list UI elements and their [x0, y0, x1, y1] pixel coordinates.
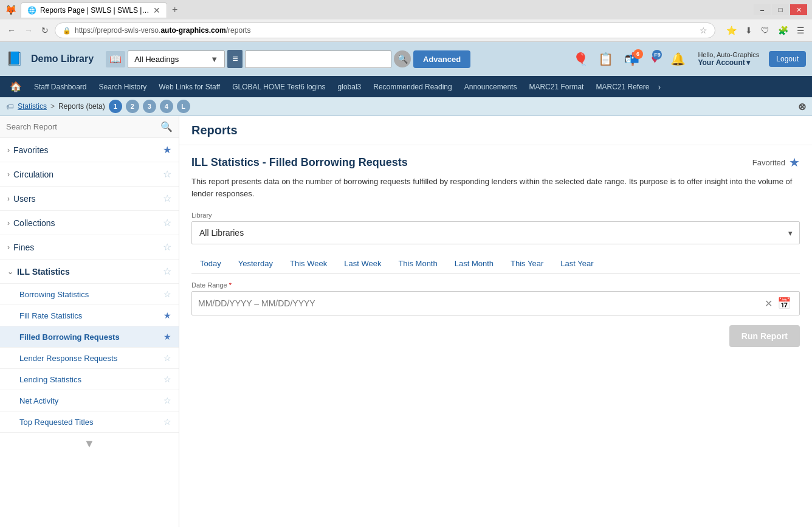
fill-rate-statistics-star-icon[interactable]: ★: [163, 311, 171, 320]
sidebar-item-search-history[interactable]: Search History: [93, 77, 153, 97]
sidebar-item-fines[interactable]: › Fines ☆: [0, 235, 179, 260]
top-requested-titles-star-icon[interactable]: ☆: [163, 417, 171, 427]
lender-response-requests-star-icon[interactable]: ☆: [163, 353, 171, 363]
page-letter-l[interactable]: L: [177, 100, 190, 113]
forward-button[interactable]: →: [22, 24, 35, 36]
circulation-star-icon[interactable]: ☆: [163, 168, 171, 180]
filled-borrowing-requests-star-icon[interactable]: ★: [163, 332, 171, 342]
collections-star-icon[interactable]: ☆: [163, 217, 171, 229]
sidebar-item-global3[interactable]: global3: [332, 77, 368, 97]
run-report-button[interactable]: Run Report: [729, 325, 800, 347]
page-number-3[interactable]: 3: [143, 100, 156, 113]
heart-icon-group[interactable]: ♥ F9: [652, 52, 659, 66]
sidebar-item-favorites[interactable]: › Favorites ★: [0, 138, 179, 162]
user-account-label: Your Account: [698, 58, 745, 67]
favorites-label: Favorites: [13, 145, 163, 155]
user-account-dropdown[interactable]: Your Account ▾: [698, 58, 759, 67]
sidebar-item-web-links[interactable]: Web Links for Staff: [153, 77, 226, 97]
url-display: https://preprod-swls-verso.auto-graphics…: [75, 26, 696, 35]
bell-icon: 🔔: [670, 52, 686, 66]
tab-last-month[interactable]: Last Month: [446, 254, 502, 274]
sidebar-item-collections[interactable]: › Collections ☆: [0, 211, 179, 235]
tab-this-year[interactable]: This Year: [502, 254, 552, 274]
library-select[interactable]: All Libraries: [191, 221, 800, 244]
downloads-icon[interactable]: ⬇: [743, 24, 755, 36]
users-star-icon[interactable]: ☆: [163, 193, 171, 204]
date-range-input[interactable]: [198, 298, 762, 308]
borrowing-statistics-label: Borrowing Statistics: [19, 290, 163, 299]
net-activity-star-icon[interactable]: ☆: [163, 396, 171, 405]
sidebar-item-ill-statistics[interactable]: ⌄ ILL Statistics ☆: [0, 260, 179, 284]
sidebar-item-home[interactable]: 🏠: [4, 76, 28, 97]
page-number-1[interactable]: 1: [109, 100, 122, 113]
new-tab-button[interactable]: +: [167, 2, 182, 18]
notifications-icon-group[interactable]: 📬 6: [624, 52, 639, 66]
tab-today[interactable]: Today: [191, 254, 230, 274]
search-type-dropdown[interactable]: All Headings ▼: [128, 50, 225, 68]
sidebar-item-staff-dashboard[interactable]: Staff Dashboard: [28, 77, 93, 97]
fines-star-icon[interactable]: ☆: [163, 241, 171, 253]
breadcrumb-statistics-link[interactable]: Statistics: [18, 102, 47, 111]
logout-button[interactable]: Logout: [769, 51, 806, 67]
reload-button[interactable]: ↻: [39, 24, 51, 36]
nav-more-button[interactable]: ›: [656, 77, 664, 97]
lending-statistics-label: Lending Statistics: [19, 375, 163, 384]
bell-icon-group[interactable]: 🔔: [670, 52, 686, 66]
extensions-icon[interactable]: 🧩: [776, 24, 791, 36]
favorited-star-icon[interactable]: ★: [789, 155, 800, 170]
tab-this-week[interactable]: This Week: [281, 254, 335, 274]
tab-yesterday[interactable]: Yesterday: [230, 254, 281, 274]
content-area: Reports ILL Statistics - Filled Borrowin…: [179, 116, 812, 527]
sidebar-item-marc21-refere[interactable]: MARC21 Refere: [590, 77, 655, 97]
lending-statistics-star-icon[interactable]: ☆: [163, 374, 171, 384]
sidebar-item-global-home[interactable]: GLOBAL HOME Test6 logins: [226, 77, 331, 97]
shield-icon[interactable]: 🛡: [759, 24, 772, 36]
favorites-star-icon[interactable]: ★: [163, 144, 171, 156]
tab-last-week[interactable]: Last Week: [335, 254, 390, 274]
tab-this-month[interactable]: This Month: [390, 254, 446, 274]
submenu-fill-rate-statistics[interactable]: Fill Rate Statistics ★: [0, 305, 179, 326]
search-input[interactable]: [245, 50, 391, 68]
library-field-label: Library: [191, 212, 800, 219]
sidebar-item-recommended-reading[interactable]: Recommended Reading: [367, 77, 458, 97]
sidebar-scroll-indicator: ▼: [0, 433, 179, 455]
balloon-icon-group[interactable]: 🎈: [573, 52, 588, 66]
tab-close-icon[interactable]: ✕: [153, 5, 160, 15]
report-name: ILL Statistics - Filled Borrowing Reques…: [191, 156, 752, 169]
submenu-lending-statistics[interactable]: Lending Statistics ☆: [0, 369, 179, 390]
catalog-icon-group[interactable]: 📋: [598, 52, 613, 66]
ill-star-icon[interactable]: ☆: [163, 266, 171, 277]
bookmark-icon[interactable]: ☆: [700, 26, 707, 35]
menu-icon[interactable]: ☰: [794, 24, 807, 36]
advanced-search-button[interactable]: Advanced: [413, 50, 470, 68]
sidebar-search-button[interactable]: 🔍: [160, 121, 173, 132]
sidebar-item-circulation[interactable]: › Circulation ☆: [0, 162, 179, 187]
date-range-calendar-button[interactable]: 📅: [775, 297, 793, 310]
tab-last-year[interactable]: Last Year: [552, 254, 602, 274]
page-number-4[interactable]: 4: [160, 100, 173, 113]
sidebar-search-input[interactable]: [6, 122, 160, 131]
win-min-button[interactable]: –: [754, 4, 771, 15]
search-go-button[interactable]: 🔍: [394, 50, 411, 67]
date-range-label: Date Range *: [191, 281, 800, 289]
sidebar-item-marc21-format[interactable]: MARC21 Format: [523, 77, 590, 97]
win-close-button[interactable]: ✕: [790, 4, 807, 15]
submenu-lender-response-requests[interactable]: Lender Response Requests ☆: [0, 348, 179, 369]
stack-icon[interactable]: ≡: [227, 50, 243, 68]
borrowing-statistics-star-icon[interactable]: ☆: [163, 289, 171, 299]
submenu-net-activity[interactable]: Net Activity ☆: [0, 390, 179, 411]
submenu-top-requested-titles[interactable]: Top Requested Titles ☆: [0, 411, 179, 433]
bookmark-bar-icon[interactable]: ⭐: [724, 24, 739, 36]
sidebar-item-announcements[interactable]: Announcements: [458, 77, 523, 97]
back-button[interactable]: ←: [5, 24, 18, 36]
close-breadcrumb-button[interactable]: ⊗: [798, 101, 806, 112]
browser-tab[interactable]: 🌐 Reports Page | SWLS | SWLS | A... ✕: [21, 2, 167, 18]
search-type-arrow: ▼: [210, 55, 218, 64]
submenu-filled-borrowing-requests[interactable]: Filled Borrowing Requests ★: [0, 326, 179, 348]
page-number-2[interactable]: 2: [126, 100, 139, 113]
top-requested-titles-label: Top Requested Titles: [19, 418, 163, 427]
win-max-button[interactable]: □: [772, 4, 789, 15]
date-range-clear-button[interactable]: ✕: [762, 298, 775, 309]
sidebar-item-users[interactable]: › Users ☆: [0, 187, 179, 211]
submenu-borrowing-statistics[interactable]: Borrowing Statistics ☆: [0, 284, 179, 305]
